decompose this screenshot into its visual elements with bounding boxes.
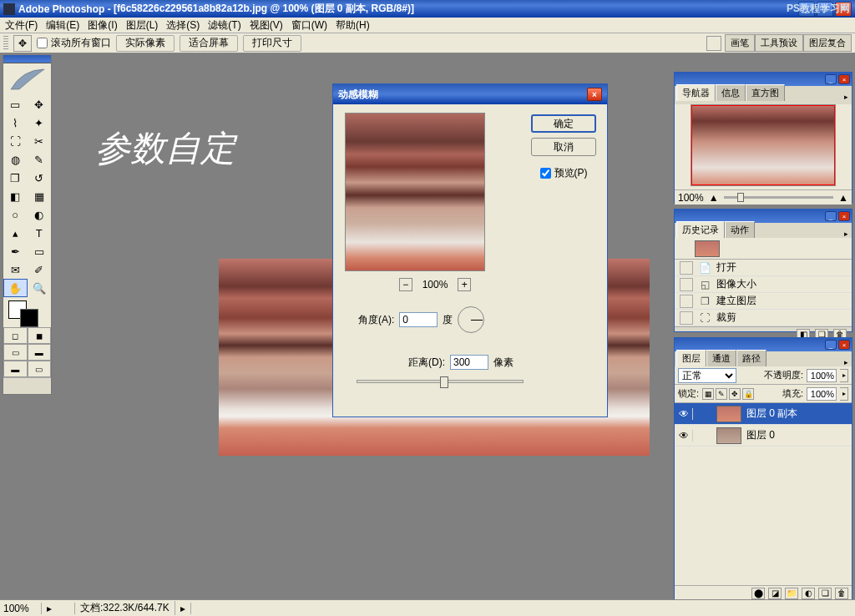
layer-row[interactable]: 👁 图层 0 [675,425,852,447]
visibility-icon[interactable]: 👁 [675,408,693,420]
tab-layers[interactable]: 图层 [676,350,706,366]
screen-mode-1[interactable]: ▭ [3,344,28,361]
layer-mask-icon[interactable]: ◪ [768,588,782,599]
new-layer-icon[interactable]: ❏ [818,588,832,599]
palette-well-icon[interactable] [706,36,721,51]
panel-minimize[interactable]: _ [825,340,837,350]
history-item[interactable]: ◱图像大小 [675,276,852,293]
toolbox-titlebar[interactable] [3,55,51,63]
visibility-icon[interactable]: 👁 [675,430,693,442]
tab-histogram[interactable]: 直方图 [746,84,785,101]
menu-file[interactable]: 文件(F) [5,18,38,33]
menu-select[interactable]: 选择(S) [166,18,200,33]
brush-tool[interactable]: ✎ [28,150,52,169]
crop-tool[interactable]: ⛶ [3,132,28,150]
menu-filter[interactable]: 滤镜(T) [208,18,240,33]
status-doc-size[interactable]: 文档:322.3K/644.7K [75,601,175,615]
marquee-tool[interactable]: ▭ [3,95,28,114]
distance-slider[interactable] [357,380,524,383]
status-zoom[interactable]: 100% [0,603,42,614]
panel-menu-icon[interactable]: ▸ [844,230,848,238]
nav-slider-thumb[interactable] [737,193,744,202]
menu-image[interactable]: 图像(I) [88,18,117,33]
angle-dial[interactable] [458,306,484,333]
tab-channels[interactable]: 通道 [706,350,736,366]
background-color[interactable] [20,309,38,327]
tab-history[interactable]: 历史记录 [676,221,725,238]
history-item[interactable]: ❐建立图层 [675,293,852,310]
panel-close[interactable]: × [838,74,850,84]
menu-view[interactable]: 视图(V) [250,18,283,33]
new-set-icon[interactable]: 📁 [785,588,798,599]
status-scratch[interactable]: ▸ [42,603,75,614]
dialog-close-button[interactable]: × [587,88,602,101]
actual-pixels-button[interactable]: 实际像素 [116,35,175,52]
adjustment-layer-icon[interactable]: ◐ [802,588,815,599]
panel-menu-icon[interactable]: ▸ [844,93,848,101]
gradient-tool[interactable]: ▦ [28,187,52,205]
panel-minimize[interactable]: _ [825,211,837,221]
dialog-titlebar[interactable]: 动感模糊 × [333,84,607,104]
drag-handle[interactable] [3,36,8,51]
panel-minimize[interactable]: _ [825,74,837,84]
zoom-tool[interactable]: 🔍 [28,279,52,297]
nav-zoom-in-icon[interactable]: ▲ [838,192,848,204]
screen-mode-2[interactable]: ▬ [28,344,52,361]
angle-input[interactable] [399,312,438,327]
clone-stamp-tool[interactable]: ❐ [3,169,28,187]
screen-mode-4[interactable]: ▭ [28,361,52,377]
move-tool[interactable]: ✥ [28,95,52,114]
opacity-value[interactable]: 100% [807,369,837,382]
fill-dropdown[interactable]: ▸ [840,387,848,401]
scroll-all-checkbox[interactable]: 滚动所有窗口 [37,36,111,50]
slice-tool[interactable]: ✂ [28,132,52,150]
zoom-in-button[interactable]: + [458,278,471,291]
distance-input[interactable] [450,355,488,370]
status-menu-arrow[interactable]: ▸ [175,603,191,614]
dock-brush-tab[interactable]: 画笔 [725,34,755,52]
navigator-thumbnail[interactable] [691,104,836,186]
lock-position-icon[interactable]: ✥ [729,388,741,400]
healing-brush-tool[interactable]: ◍ [3,150,28,169]
history-brush-tool[interactable]: ↺ [28,169,52,187]
dodge-tool[interactable]: ◐ [28,205,52,224]
tab-actions[interactable]: 动作 [725,221,755,238]
layer-row[interactable]: 👁 图层 0 副本 [675,403,852,425]
lasso-tool[interactable]: ⌇ [3,114,28,132]
filter-preview[interactable] [345,113,485,271]
print-size-button[interactable]: 打印尺寸 [243,35,301,52]
eraser-tool[interactable]: ◧ [3,187,28,205]
lock-transparent-icon[interactable]: ▦ [702,388,714,400]
panel-close[interactable]: × [838,211,850,221]
view-rect[interactable] [691,105,835,185]
history-item[interactable]: ⛶裁剪 [675,310,852,326]
nav-zoom-out-icon[interactable]: ▲ [709,192,719,204]
pen-tool[interactable]: ✒ [3,242,28,260]
menu-help[interactable]: 帮助(H) [336,18,370,33]
fit-screen-button[interactable]: 适合屏幕 [180,35,238,52]
opacity-dropdown[interactable]: ▸ [840,369,848,382]
current-tool-icon[interactable]: ✥ [13,35,32,52]
screen-mode-3[interactable]: ▬ [3,361,28,377]
zoom-out-button[interactable]: − [399,278,412,291]
blur-tool[interactable]: ○ [3,205,28,224]
jump-to-imageready[interactable] [3,377,51,394]
shape-tool[interactable]: ▭ [28,242,52,260]
layer-style-icon[interactable]: ⬤ [751,588,765,599]
preview-checkbox[interactable]: 预览(P) [540,166,588,180]
menu-window[interactable]: 窗口(W) [291,18,327,33]
dock-layer-comp-tab[interactable]: 图层复合 [803,34,852,52]
blend-mode-select[interactable]: 正常 [678,368,736,383]
magic-wand-tool[interactable]: ✦ [28,114,52,132]
fill-value[interactable]: 100% [807,387,837,401]
slider-thumb[interactable] [440,376,448,388]
menu-layer[interactable]: 图层(L) [126,18,159,33]
ok-button[interactable]: 确定 [531,114,596,133]
tab-paths[interactable]: 路径 [736,350,766,366]
eyedropper-tool[interactable]: ✐ [28,260,52,279]
cancel-button[interactable]: 取消 [531,138,596,156]
nav-zoom[interactable]: 100% [678,192,704,204]
lock-all-icon[interactable]: 🔒 [742,388,754,400]
notes-tool[interactable]: ✉ [3,260,28,279]
hand-tool[interactable]: ✋ [3,279,28,297]
